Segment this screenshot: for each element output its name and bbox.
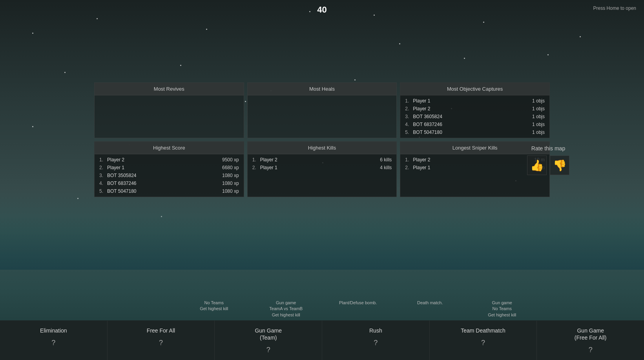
panel-most-revives: Most Revives [94,82,244,138]
stat-value: 1 objs [532,106,545,111]
stat-value: 6 kills [380,157,392,163]
player-name: Player 1 [413,165,537,170]
player-name: BOT 3505824 [107,173,222,178]
panel-highest-kills: Highest Kills 1. Player 2 6 kills 2. Pla… [247,141,397,197]
table-row: 3. BOT 3505824 1080 xp [95,172,244,179]
rank-label: 2. [405,165,413,170]
mode-buttons-row: Elimination ? Free For All ? Gun Game(Te… [0,320,644,360]
rank-label: 2. [405,106,413,111]
panel-most-heals-header: Most Heals [248,83,397,95]
rank-label: 3. [405,114,413,119]
rank-label: 5. [99,188,107,194]
stat-value: 1 objs [532,122,545,127]
stat-value: 6680 xp [222,165,239,170]
mode-button-1[interactable]: Free For All ? [108,321,215,360]
rank-label: 1. [99,157,107,163]
panel-highest-score-header: Highest Score [95,142,244,154]
stat-value: 9500 xp [222,157,239,163]
rate-buttons: 👍 👎 [527,155,569,175]
player-name: BOT 5047180 [413,130,532,135]
stat-value: 1080 xp [222,173,239,178]
player-name: Player 1 [413,98,532,104]
mode-description-2: Gun gameTeamA vs TeamBGet highest kill [250,298,322,320]
table-row: 2. Player 1 6680 xp [95,164,244,172]
player-name: Player 2 [413,157,534,163]
mode-question: ? [433,339,534,347]
rank-label: 5. [405,130,413,135]
table-row: 5. BOT 5047180 1 objs [400,128,549,136]
mode-question: ? [218,346,319,354]
panel-most-objective-captures: Most Objective Captures 1. Player 1 1 ob… [400,82,550,138]
table-row: 2. Player 2 1 objs [400,105,549,113]
panel-highest-score-body: 1. Player 2 9500 xp 2. Player 1 6680 xp … [95,154,244,197]
table-row: 3. BOT 3605824 1 objs [400,113,549,121]
panel-highest-kills-header: Highest Kills [248,142,397,154]
mode-question: ? [3,339,104,347]
stat-value: 1 objs [532,98,545,104]
table-row: 4. BOT 6837246 1080 xp [95,179,244,187]
stats-area: Most Revives Most Heals Most Objective C… [94,82,550,197]
mode-button-4[interactable]: Team Deathmatch ? [430,321,537,360]
thumbs-up-icon: 👍 [530,159,544,172]
stat-value: 1 objs [532,114,545,119]
water-area [0,191,644,270]
player-name: Player 2 [260,157,380,163]
rank-label: 1. [405,157,413,163]
player-name: Player 2 [107,157,222,163]
rate-map-panel: Rate this map 👍 👎 [527,145,569,175]
panel-most-objective-captures-body: 1. Player 1 1 objs 2. Player 2 1 objs 3.… [400,95,549,138]
player-name: Player 2 [413,106,532,111]
player-name: BOT 5047180 [107,188,222,194]
mode-button-0[interactable]: Elimination ? [0,321,108,360]
table-row: 1. Player 1 1 objs [400,97,549,105]
stat-value: 1 objs [532,130,545,135]
mode-description-1: No TeamsGet highest kill [178,298,250,320]
table-row: 1. Player 2 6 kills [248,156,397,164]
mode-question: ? [540,346,641,354]
stats-row-2: Highest Score 1. Player 2 9500 xp 2. Pla… [94,141,550,197]
table-row: 4. BOT 6837246 1 objs [400,121,549,128]
mode-label: Team Deathmatch [433,327,534,334]
mode-description-5: Gun gameNo TeamsGet highest kill [466,298,538,320]
thumbs-down-icon: 👎 [553,159,567,172]
thumbs-up-button[interactable]: 👍 [527,155,547,175]
table-row: 1. Player 2 9500 xp [95,156,244,164]
mode-description-0 [106,298,178,320]
game-timer: 40 [317,5,327,15]
stat-value: 1080 xp [222,181,239,186]
panel-most-heals-body [248,95,397,99]
mode-label: Rush [325,327,426,334]
rank-label: 4. [405,122,413,127]
press-home-hint: Press Home to open [593,5,636,11]
rank-label: 1. [252,157,260,163]
rank-label: 3. [99,173,107,178]
player-name: Player 1 [107,165,222,170]
panel-most-revives-header: Most Revives [95,83,244,95]
table-row: 5. BOT 5047180 1080 xp [95,187,244,195]
mode-description-3: Plant/Defuse bomb. [322,298,394,320]
rank-label: 2. [252,165,260,170]
panel-highest-kills-body: 1. Player 2 6 kills 2. Player 1 4 kills [248,154,397,173]
stat-value: 1080 xp [222,188,239,194]
mode-label: Free For All [111,327,212,334]
mode-button-2[interactable]: Gun Game(Team) ? [215,321,322,360]
panel-highest-score: Highest Score 1. Player 2 9500 xp 2. Pla… [94,141,244,197]
mode-description-4: Death match. [394,298,466,320]
mode-button-5[interactable]: Gun Game(Free For All) ? [537,321,644,360]
player-name: BOT 3605824 [413,114,532,119]
thumbs-down-button[interactable]: 👎 [550,155,569,175]
rank-label: 4. [99,181,107,186]
bottom-game-modes: No TeamsGet highest killGun gameTeamA vs… [0,298,644,360]
stats-row-1: Most Revives Most Heals Most Objective C… [94,82,550,138]
rate-map-title: Rate this map [527,145,569,152]
mode-question: ? [111,339,212,347]
mode-button-3[interactable]: Rush ? [322,321,430,360]
panel-most-objective-captures-header: Most Objective Captures [400,83,549,95]
rank-label: 2. [99,165,107,170]
table-row: 2. Player 1 4 kills [248,164,397,172]
rank-label: 1. [405,98,413,104]
mode-question: ? [325,339,426,347]
mode-label: Elimination [3,327,104,334]
player-name: Player 1 [260,165,380,170]
stat-value: 4 kills [380,165,392,170]
